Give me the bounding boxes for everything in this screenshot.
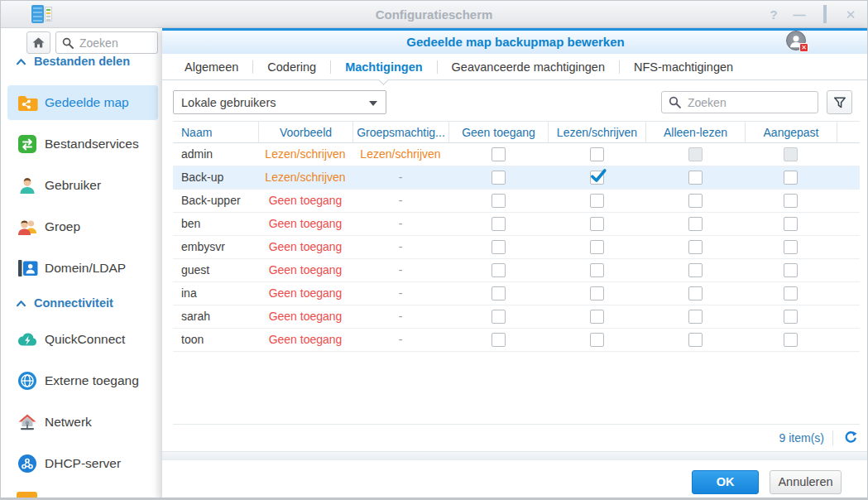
user-type-select[interactable]: Lokale gebruikers (173, 90, 386, 114)
checkbox-aangepast[interactable] (784, 171, 798, 185)
checkbox-aangepast[interactable] (784, 286, 798, 300)
sidebar-item-netwerk[interactable]: Netwerk (7, 401, 158, 443)
checkbox-aangepast[interactable] (784, 310, 798, 324)
cell-lezen-schrijven (548, 190, 645, 212)
column-header-groepsmachtig[interactable]: Groepsmachtig... (352, 122, 448, 143)
edit-shared-folder-dialog: Gedeelde map backupmap bewerken ✕ Algeme… (162, 28, 868, 499)
cell-aangepast (745, 259, 837, 281)
sidebar-item-dhcp-server[interactable]: DHCP-server (7, 443, 158, 484)
checkbox-alleen-lezen[interactable] (688, 263, 703, 277)
checkbox-aangepast[interactable] (784, 194, 798, 208)
titlebar[interactable]: Configuratiescherm ? — ✕ (1, 1, 867, 28)
column-header-voorbeeld[interactable]: Voorbeeld (258, 122, 352, 143)
cell-geen-toegang (448, 329, 548, 351)
checkbox-geen-toegang[interactable] (492, 147, 506, 161)
checkbox-alleen-lezen[interactable] (688, 240, 703, 254)
checkbox-lezen-schrijven[interactable] (590, 310, 604, 324)
sidebar-item-groep[interactable]: Groep (7, 206, 158, 248)
column-header-alleen-lezen[interactable]: Alleen-lezen (645, 122, 745, 143)
help-icon[interactable]: ? (767, 7, 780, 22)
table-row-ben[interactable]: benGeen toegang- (173, 213, 860, 236)
checkbox-lezen-schrijven[interactable] (590, 217, 604, 231)
section-bestanden-delen[interactable]: Bestanden delen (16, 52, 130, 70)
checkbox-lezen-schrijven[interactable] (590, 286, 604, 300)
sidebar-search-input[interactable] (78, 36, 144, 50)
table-row-sarah[interactable]: sarahGeen toegang- (173, 305, 860, 329)
quickconnect-icon (17, 329, 38, 350)
table-row-ina[interactable]: inaGeen toegang- (173, 282, 860, 305)
checkbox-geen-toegang[interactable] (492, 333, 506, 347)
checkbox-aangepast[interactable] (784, 217, 798, 231)
table-row-back-upper[interactable]: Back-upperGeen toegang- (173, 190, 860, 213)
section-connectiviteit[interactable]: Connectiviteit (16, 294, 113, 312)
cell-lezen-schrijven (548, 305, 645, 328)
tab-geavanceerde-machtigingen[interactable]: Geavanceerde machtigingen (438, 55, 619, 79)
user-icon (17, 175, 38, 196)
checkbox-alleen-lezen[interactable] (688, 333, 703, 347)
table-row-toon[interactable]: toonGeen toegang- (173, 329, 860, 352)
close-icon[interactable]: ✕ (844, 7, 857, 22)
sidebar-item-externe-toegang[interactable]: Externe toegang (7, 360, 158, 401)
checkbox-lezen-schrijven[interactable] (590, 240, 604, 254)
checkbox-geen-toegang[interactable] (492, 171, 506, 185)
dialog-tabs: AlgemeenCoderingMachtigingenGeavanceerde… (162, 54, 868, 80)
sidebar-item-quickconnect[interactable]: QuickConnect (7, 319, 158, 360)
column-header-naam[interactable]: Naam (173, 122, 258, 143)
cell-name: guest (173, 259, 258, 281)
checkbox-lezen-schrijven[interactable] (590, 333, 604, 347)
checkbox-geen-toegang[interactable] (492, 286, 506, 300)
tab-algemeen[interactable]: Algemeen (170, 55, 252, 79)
checkbox-lezen-schrijven[interactable] (590, 263, 604, 277)
dialog-search[interactable] (661, 91, 818, 113)
maximize-icon[interactable] (818, 7, 832, 22)
sidebar-item-gedeelde-map[interactable]: Gedeelde map (7, 85, 158, 120)
checkbox-aangepast[interactable] (784, 240, 798, 254)
cell-spacer (837, 190, 858, 212)
dialog-search-input[interactable] (686, 95, 794, 110)
checkbox-geen-toegang[interactable] (492, 263, 506, 277)
cell-name: ben (173, 213, 258, 235)
cell-groepsmachtigingen: - (352, 213, 448, 235)
minimize-icon[interactable]: — (793, 7, 806, 22)
column-header-geen-toegang[interactable]: Geen toegang (448, 122, 548, 143)
column-header-lezen-schrijven[interactable]: Lezen/schrijven (548, 122, 645, 143)
checkbox-alleen-lezen[interactable] (688, 194, 703, 208)
tab-nfs-machtigingen[interactable]: NFS-machtigingen (620, 55, 747, 79)
ok-button[interactable]: OK (692, 470, 759, 494)
tab-codering[interactable]: Codering (253, 55, 330, 79)
table-row-embysvr[interactable]: embysvrGeen toegang- (173, 236, 860, 259)
refresh-button[interactable] (842, 429, 860, 447)
checkbox-lezen-schrijven[interactable] (590, 147, 604, 161)
cell-aangepast (745, 143, 837, 166)
checkbox-geen-toegang[interactable] (492, 217, 506, 231)
filter-button[interactable] (827, 90, 852, 114)
table-row-admin[interactable]: adminLezen/schrijvenLezen/schrijven (173, 143, 860, 166)
checkbox-aangepast[interactable] (784, 263, 798, 277)
checkbox-lezen-schrijven-checked[interactable] (590, 171, 604, 185)
checkbox-alleen-lezen[interactable] (688, 171, 703, 185)
checkbox-alleen-lezen[interactable] (688, 217, 703, 231)
cell-voorbeeld: Lezen/schrijven (258, 166, 352, 189)
checkbox-geen-toegang[interactable] (492, 310, 506, 324)
sidebar-item-bestandservices[interactable]: Bestandservices (7, 123, 158, 165)
dhcp-server-icon (17, 453, 38, 474)
search-icon (62, 37, 74, 49)
checkbox-geen-toegang[interactable] (492, 194, 506, 208)
cancel-button[interactable]: Annuleren (770, 470, 842, 494)
section-label: Connectiviteit (34, 296, 113, 310)
sidebar-item-gebruiker[interactable]: Gebruiker (7, 165, 158, 206)
checkbox-alleen-lezen[interactable] (688, 286, 703, 300)
table-row-guest[interactable]: guestGeen toegang- (173, 259, 860, 282)
home-button[interactable] (26, 31, 50, 54)
checkbox-aangepast[interactable] (784, 333, 798, 347)
cell-spacer (837, 259, 858, 281)
checkbox-geen-toegang[interactable] (492, 240, 506, 254)
checkbox-lezen-schrijven[interactable] (590, 194, 604, 208)
checkbox-alleen-lezen[interactable] (688, 310, 703, 324)
table-row-back-up[interactable]: Back-upLezen/schrijven- (173, 166, 860, 190)
column-header-aangepast[interactable]: Aangepast (745, 122, 837, 143)
user-blocked-status-icon: ✕ (786, 31, 806, 50)
sidebar-search[interactable] (55, 31, 158, 54)
section-label: Bestanden delen (34, 55, 130, 68)
sidebar-item-domein-ldap[interactable]: Domein/LDAP (7, 248, 158, 289)
